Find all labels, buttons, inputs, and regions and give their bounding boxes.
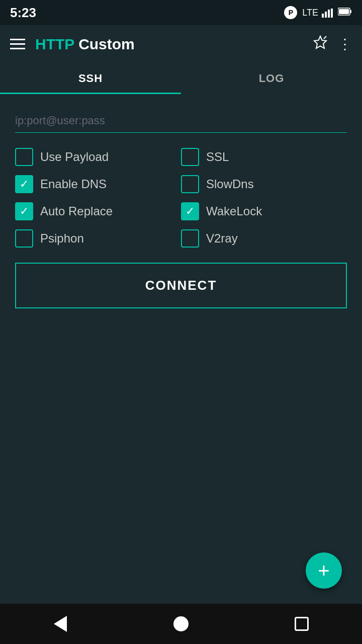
- bottom-nav: [0, 604, 362, 644]
- main-content: Use Payload SSL ✓ Enable DNS SlowDns ✓ A…: [0, 94, 362, 604]
- checkbox-psiphon[interactable]: Psiphon: [15, 229, 181, 248]
- svg-rect-6: [339, 9, 349, 14]
- checkbox-label-slowdns: SlowDns: [206, 177, 254, 191]
- app-title-http: HTTP: [35, 36, 74, 52]
- back-icon: [54, 616, 67, 632]
- nav-recents-button[interactable]: [289, 611, 314, 636]
- hamburger-menu-button[interactable]: [10, 39, 25, 49]
- nav-back-button[interactable]: [48, 611, 73, 636]
- checkbox-box-psiphon: [15, 229, 33, 248]
- nav-home-button[interactable]: [168, 611, 194, 636]
- checkbox-v2ray[interactable]: V2ray: [181, 229, 347, 248]
- svg-rect-0: [322, 14, 324, 18]
- connect-button[interactable]: CONNECT: [15, 263, 347, 308]
- status-icons: P LTE: [284, 6, 352, 19]
- app-notification-icon: P: [284, 6, 297, 19]
- checkbox-box-slowdns: [181, 175, 199, 193]
- checkbox-label-enable-dns: Enable DNS: [40, 177, 107, 191]
- tabs: SSH LOG: [0, 63, 362, 94]
- checkbox-box-v2ray: [181, 229, 199, 248]
- fab-add-button[interactable]: +: [306, 552, 342, 589]
- tab-ssh[interactable]: SSH: [0, 63, 181, 94]
- checkmark-auto-replace: ✓: [20, 206, 29, 217]
- star-icon[interactable]: [313, 35, 328, 53]
- status-bar: 5:23 P LTE: [0, 0, 362, 25]
- recents-icon: [295, 617, 309, 631]
- checkbox-box-wakelock: ✓: [181, 202, 199, 220]
- checkbox-label-v2ray: V2ray: [206, 231, 238, 246]
- status-time: 5:23: [10, 5, 36, 21]
- svg-rect-1: [325, 12, 327, 18]
- checkbox-slowdns[interactable]: SlowDns: [181, 175, 347, 193]
- ssh-connection-input[interactable]: [15, 109, 347, 133]
- checkbox-box-auto-replace: ✓: [15, 202, 33, 220]
- tab-log[interactable]: LOG: [181, 63, 362, 94]
- checkbox-ssl[interactable]: SSL: [181, 148, 347, 166]
- fab-plus-icon: +: [318, 559, 329, 582]
- more-options-icon[interactable]: ⋮: [338, 36, 352, 52]
- checkbox-label-ssl: SSL: [206, 150, 229, 164]
- checkbox-label-auto-replace: Auto Replace: [40, 204, 113, 218]
- checkbox-use-payload[interactable]: Use Payload: [15, 148, 181, 166]
- checkbox-auto-replace[interactable]: ✓ Auto Replace: [15, 202, 181, 220]
- home-icon: [173, 616, 189, 631]
- checkbox-box-ssl: [181, 148, 199, 166]
- app-title-custom: Custom: [74, 36, 135, 52]
- checkbox-label-wakelock: WakeLock: [206, 204, 262, 218]
- checkbox-box-use-payload: [15, 148, 33, 166]
- svg-line-8: [324, 36, 326, 39]
- checkbox-label-psiphon: Psiphon: [40, 231, 84, 246]
- checkbox-label-use-payload: Use Payload: [40, 150, 109, 164]
- top-bar: HTTP Custom ⋮: [0, 25, 362, 63]
- top-bar-left: HTTP Custom: [10, 36, 135, 53]
- checkboxes-grid: Use Payload SSL ✓ Enable DNS SlowDns ✓ A…: [15, 148, 347, 248]
- checkbox-box-enable-dns: ✓: [15, 175, 33, 193]
- checkmark-wakelock: ✓: [186, 206, 195, 217]
- battery-icon: [338, 8, 352, 18]
- svg-rect-2: [328, 10, 330, 18]
- lte-icon: LTE: [302, 8, 333, 18]
- checkbox-enable-dns[interactable]: ✓ Enable DNS: [15, 175, 181, 193]
- checkmark-enable-dns: ✓: [20, 179, 29, 190]
- svg-rect-5: [350, 10, 351, 13]
- checkbox-wakelock[interactable]: ✓ WakeLock: [181, 202, 347, 220]
- app-title: HTTP Custom: [35, 36, 135, 53]
- svg-rect-3: [331, 9, 333, 18]
- top-bar-right: ⋮: [313, 35, 352, 53]
